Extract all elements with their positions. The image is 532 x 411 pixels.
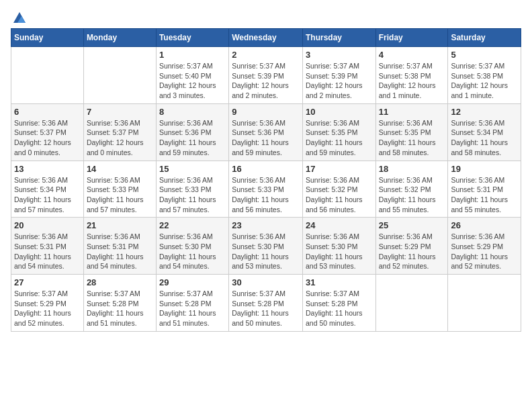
calendar-cell: 23Sunrise: 5:36 AM Sunset: 5:30 PM Dayli… (229, 218, 303, 275)
day-number: 31 (306, 277, 373, 287)
calendar-cell: 26Sunrise: 5:36 AM Sunset: 5:29 PM Dayli… (448, 218, 521, 275)
calendar-table: SundayMondayTuesdayWednesdayThursdayFrid… (11, 28, 521, 332)
day-info: Sunrise: 5:37 AM Sunset: 5:39 PM Dayligh… (232, 61, 300, 101)
calendar-cell: 12Sunrise: 5:36 AM Sunset: 5:34 PM Dayli… (448, 103, 521, 161)
calendar-cell: 31Sunrise: 5:37 AM Sunset: 5:28 PM Dayli… (302, 275, 375, 332)
weekday-header-friday: Friday (375, 29, 448, 47)
day-number: 29 (159, 277, 226, 287)
day-number: 23 (232, 220, 300, 230)
day-number: 13 (14, 164, 81, 174)
day-number: 11 (379, 107, 445, 117)
day-number: 19 (451, 164, 518, 174)
day-number: 21 (87, 220, 153, 230)
day-number: 28 (87, 277, 153, 287)
day-number: 2 (232, 50, 300, 60)
calendar-cell: 15Sunrise: 5:36 AM Sunset: 5:33 PM Dayli… (156, 161, 228, 218)
day-number: 1 (159, 50, 226, 60)
calendar-cell: 22Sunrise: 5:36 AM Sunset: 5:30 PM Dayli… (156, 218, 228, 275)
day-number: 12 (451, 107, 518, 117)
day-number: 26 (451, 220, 518, 230)
weekday-header-thursday: Thursday (302, 29, 375, 47)
calendar-cell (375, 275, 448, 332)
calendar-week-row: 1Sunrise: 5:37 AM Sunset: 5:40 PM Daylig… (11, 47, 521, 104)
calendar-week-row: 13Sunrise: 5:36 AM Sunset: 5:34 PM Dayli… (11, 161, 521, 218)
page-header (11, 11, 521, 23)
weekday-header-saturday: Saturday (448, 29, 521, 47)
day-info: Sunrise: 5:36 AM Sunset: 5:34 PM Dayligh… (451, 118, 518, 158)
day-info: Sunrise: 5:36 AM Sunset: 5:36 PM Dayligh… (232, 118, 300, 158)
day-info: Sunrise: 5:36 AM Sunset: 5:31 PM Dayligh… (87, 232, 153, 271)
day-info: Sunrise: 5:37 AM Sunset: 5:28 PM Dayligh… (87, 289, 153, 328)
day-info: Sunrise: 5:36 AM Sunset: 5:33 PM Dayligh… (232, 175, 300, 215)
day-number: 15 (159, 164, 226, 174)
calendar-cell: 19Sunrise: 5:36 AM Sunset: 5:31 PM Dayli… (448, 161, 521, 218)
day-info: Sunrise: 5:36 AM Sunset: 5:32 PM Dayligh… (379, 175, 445, 215)
calendar-week-row: 20Sunrise: 5:36 AM Sunset: 5:31 PM Dayli… (11, 218, 521, 275)
day-number: 25 (379, 220, 445, 230)
calendar-cell: 13Sunrise: 5:36 AM Sunset: 5:34 PM Dayli… (11, 161, 84, 218)
day-info: Sunrise: 5:36 AM Sunset: 5:29 PM Dayligh… (451, 232, 518, 271)
calendar-cell: 5Sunrise: 5:37 AM Sunset: 5:38 PM Daylig… (448, 47, 521, 104)
calendar-cell: 17Sunrise: 5:36 AM Sunset: 5:32 PM Dayli… (302, 161, 375, 218)
weekday-header-tuesday: Tuesday (156, 29, 228, 47)
day-info: Sunrise: 5:36 AM Sunset: 5:30 PM Dayligh… (306, 232, 373, 271)
calendar-cell: 11Sunrise: 5:36 AM Sunset: 5:35 PM Dayli… (375, 103, 448, 161)
calendar-cell: 10Sunrise: 5:36 AM Sunset: 5:35 PM Dayli… (302, 103, 375, 161)
day-info: Sunrise: 5:36 AM Sunset: 5:34 PM Dayligh… (14, 175, 81, 215)
day-info: Sunrise: 5:36 AM Sunset: 5:32 PM Dayligh… (306, 175, 373, 215)
calendar-cell: 2Sunrise: 5:37 AM Sunset: 5:39 PM Daylig… (229, 47, 303, 104)
day-number: 18 (379, 164, 445, 174)
calendar-cell: 20Sunrise: 5:36 AM Sunset: 5:31 PM Dayli… (11, 218, 84, 275)
calendar-cell: 27Sunrise: 5:37 AM Sunset: 5:29 PM Dayli… (11, 275, 84, 332)
logo (11, 11, 28, 23)
calendar-week-row: 6Sunrise: 5:36 AM Sunset: 5:37 PM Daylig… (11, 103, 521, 161)
calendar-cell: 1Sunrise: 5:37 AM Sunset: 5:40 PM Daylig… (156, 47, 228, 104)
calendar-cell: 29Sunrise: 5:37 AM Sunset: 5:28 PM Dayli… (156, 275, 228, 332)
logo-icon (12, 11, 27, 26)
weekday-header-row: SundayMondayTuesdayWednesdayThursdayFrid… (11, 29, 521, 47)
calendar-cell: 28Sunrise: 5:37 AM Sunset: 5:28 PM Dayli… (83, 275, 156, 332)
day-info: Sunrise: 5:37 AM Sunset: 5:39 PM Dayligh… (306, 61, 373, 101)
day-info: Sunrise: 5:36 AM Sunset: 5:37 PM Dayligh… (14, 118, 81, 158)
calendar-cell: 4Sunrise: 5:37 AM Sunset: 5:38 PM Daylig… (375, 47, 448, 104)
day-number: 4 (379, 50, 445, 60)
day-info: Sunrise: 5:36 AM Sunset: 5:31 PM Dayligh… (451, 175, 518, 215)
day-info: Sunrise: 5:37 AM Sunset: 5:28 PM Dayligh… (306, 289, 373, 328)
day-info: Sunrise: 5:36 AM Sunset: 5:37 PM Dayligh… (87, 118, 153, 158)
weekday-header-monday: Monday (83, 29, 156, 47)
calendar-week-row: 27Sunrise: 5:37 AM Sunset: 5:29 PM Dayli… (11, 275, 521, 332)
calendar-cell: 3Sunrise: 5:37 AM Sunset: 5:39 PM Daylig… (302, 47, 375, 104)
calendar-cell: 18Sunrise: 5:36 AM Sunset: 5:32 PM Dayli… (375, 161, 448, 218)
calendar-cell: 9Sunrise: 5:36 AM Sunset: 5:36 PM Daylig… (229, 103, 303, 161)
day-info: Sunrise: 5:36 AM Sunset: 5:35 PM Dayligh… (306, 118, 373, 158)
day-number: 24 (306, 220, 373, 230)
calendar-cell (448, 275, 521, 332)
day-number: 10 (306, 107, 373, 117)
day-number: 27 (14, 277, 81, 287)
day-info: Sunrise: 5:36 AM Sunset: 5:36 PM Dayligh… (159, 118, 226, 158)
day-info: Sunrise: 5:36 AM Sunset: 5:30 PM Dayligh… (232, 232, 300, 271)
day-number: 5 (451, 50, 518, 60)
day-number: 8 (159, 107, 226, 117)
day-info: Sunrise: 5:36 AM Sunset: 5:35 PM Dayligh… (379, 118, 445, 158)
calendar-cell (11, 47, 84, 104)
calendar-cell: 16Sunrise: 5:36 AM Sunset: 5:33 PM Dayli… (229, 161, 303, 218)
day-number: 17 (306, 164, 373, 174)
day-info: Sunrise: 5:36 AM Sunset: 5:29 PM Dayligh… (379, 232, 445, 271)
calendar-cell (83, 47, 156, 104)
calendar-cell: 30Sunrise: 5:37 AM Sunset: 5:28 PM Dayli… (229, 275, 303, 332)
weekday-header-sunday: Sunday (11, 29, 84, 47)
day-number: 7 (87, 107, 153, 117)
day-number: 14 (87, 164, 153, 174)
day-info: Sunrise: 5:37 AM Sunset: 5:29 PM Dayligh… (14, 289, 81, 328)
calendar-cell: 25Sunrise: 5:36 AM Sunset: 5:29 PM Dayli… (375, 218, 448, 275)
day-info: Sunrise: 5:37 AM Sunset: 5:38 PM Dayligh… (451, 61, 518, 101)
day-number: 3 (306, 50, 373, 60)
day-number: 9 (232, 107, 300, 117)
day-number: 20 (14, 220, 81, 230)
weekday-header-wednesday: Wednesday (229, 29, 303, 47)
day-info: Sunrise: 5:37 AM Sunset: 5:28 PM Dayligh… (232, 289, 300, 328)
day-info: Sunrise: 5:37 AM Sunset: 5:40 PM Dayligh… (159, 61, 226, 101)
day-info: Sunrise: 5:37 AM Sunset: 5:38 PM Dayligh… (379, 61, 445, 101)
day-info: Sunrise: 5:36 AM Sunset: 5:33 PM Dayligh… (159, 175, 226, 215)
